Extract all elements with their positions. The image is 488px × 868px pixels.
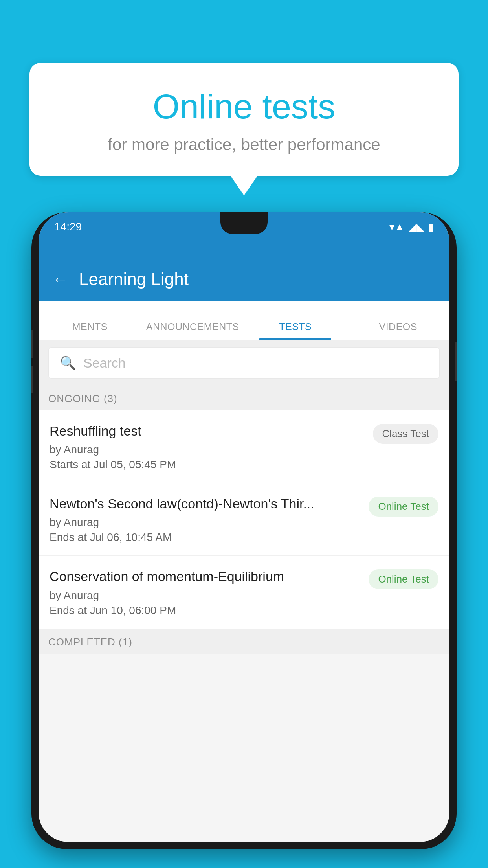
test-item-1[interactable]: Reshuffling test by Anurag Starts at Jul… (39, 410, 449, 483)
test-author-2: by Anurag (50, 516, 361, 529)
test-time-3: Ends at Jun 10, 06:00 PM (50, 604, 361, 617)
bubble-subtitle: for more practice, better performance (57, 135, 431, 154)
test-name-1: Reshuffling test (50, 422, 365, 440)
signal-icon: ◢◣ (409, 221, 424, 233)
ongoing-section-header: ONGOING (3) (39, 386, 449, 410)
tab-videos[interactable]: VIDEOS (347, 321, 450, 340)
test-info-1: Reshuffling test by Anurag Starts at Jul… (50, 422, 373, 471)
phone-screen: 14:29 ▾▲ ◢◣ ▮ ← Learning Light MENTS ANN… (39, 212, 449, 842)
status-time: 14:29 (54, 221, 82, 233)
completed-section-header: COMPLETED (1) (39, 629, 449, 654)
test-time-2: Ends at Jul 06, 10:45 AM (50, 531, 361, 544)
test-time-1: Starts at Jul 05, 05:45 PM (50, 458, 365, 471)
search-input[interactable]: Search (83, 355, 126, 371)
vol-down-button (31, 366, 33, 393)
app-bar: ← Learning Light (39, 257, 449, 301)
test-tag-3: Online Test (369, 569, 438, 589)
power-button (455, 342, 457, 381)
test-tag-2: Online Test (369, 497, 438, 517)
test-author-1: by Anurag (50, 443, 365, 456)
bubble-title: Online tests (57, 86, 431, 127)
back-icon[interactable]: ← (52, 270, 68, 288)
test-author-3: by Anurag (50, 589, 361, 602)
notch (220, 212, 268, 234)
search-container: 🔍 Search (39, 340, 449, 386)
wifi-icon: ▾▲ (389, 221, 405, 233)
test-name-3: Conservation of momentum-Equilibrium (50, 568, 361, 585)
battery-icon: ▮ (428, 221, 434, 233)
speech-bubble: Online tests for more practice, better p… (29, 63, 459, 176)
phone-frame: 14:29 ▾▲ ◢◣ ▮ ← Learning Light MENTS ANN… (31, 212, 457, 849)
test-item-2[interactable]: Newton's Second law(contd)-Newton's Thir… (39, 483, 449, 556)
tab-ments[interactable]: MENTS (39, 321, 141, 340)
vol-up-button (31, 330, 33, 358)
test-name-2: Newton's Second law(contd)-Newton's Thir… (50, 495, 361, 512)
tab-announcements[interactable]: ANNOUNCEMENTS (141, 321, 244, 340)
search-bar[interactable]: 🔍 Search (48, 347, 440, 379)
test-info-3: Conservation of momentum-Equilibrium by … (50, 568, 369, 616)
search-icon: 🔍 (60, 355, 76, 371)
tab-bar: MENTS ANNOUNCEMENTS TESTS VIDEOS (39, 301, 449, 340)
test-item-3[interactable]: Conservation of momentum-Equilibrium by … (39, 556, 449, 629)
tab-tests[interactable]: TESTS (244, 321, 347, 340)
test-list: Reshuffling test by Anurag Starts at Jul… (39, 410, 449, 629)
test-info-2: Newton's Second law(contd)-Newton's Thir… (50, 495, 369, 544)
status-icons: ▾▲ ◢◣ ▮ (389, 221, 434, 233)
test-tag-1: Class Test (373, 424, 438, 444)
notch-area: 14:29 ▾▲ ◢◣ ▮ (39, 212, 449, 257)
app-bar-title: Learning Light (79, 269, 189, 289)
